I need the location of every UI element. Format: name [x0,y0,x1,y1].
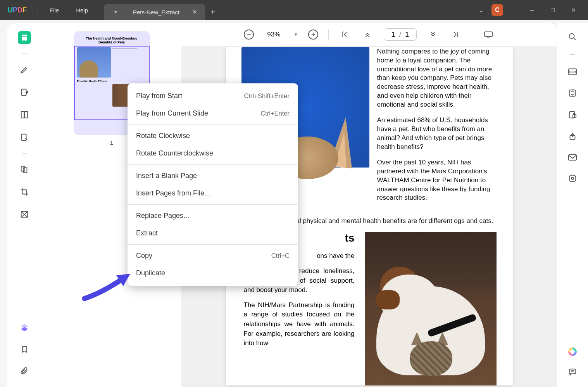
context-menu: Play from StartCtrl+Shift+EnterPlay from… [128,83,298,286]
zoom-out-button[interactable]: − [244,29,254,40]
save-icon[interactable] [568,174,577,183]
context-menu-divider [128,124,298,125]
right-sidebar: OCR [557,23,588,387]
divider [514,6,514,14]
doc-lower-image [365,232,497,385]
reader-mode-icon[interactable] [18,31,31,44]
window-close[interactable]: ✕ [567,7,580,13]
context-menu-extract[interactable]: Extract [128,225,298,242]
zoom-value: 93% [264,31,283,38]
context-menu-play-from-start[interactable]: Play from StartCtrl+Shift+Enter [128,87,298,105]
context-menu-label: Insert a Blank Page [136,172,197,180]
convert-icon[interactable] [568,89,577,97]
email-icon[interactable] [568,154,577,161]
titlebar: UPDF File Help ▼ Pets-New_Extract ✕ + ⌄ … [0,0,588,20]
context-menu-label: Rotate Counterclockwise [136,149,213,157]
avatar[interactable]: C [491,4,503,16]
redact-icon[interactable] [18,208,31,221]
bookmark-icon[interactable] [18,343,31,356]
context-menu-rotate-clockwise[interactable]: Rotate Clockwise [128,127,298,145]
tab-bar: ▼ Pets-New_Extract ✕ + [104,0,221,20]
last-page-button[interactable] [449,28,462,41]
svg-text:OCR: OCR [569,70,576,74]
context-menu-divider [128,164,298,165]
layers-icon[interactable] [18,321,31,334]
context-menu-label: Replace Pages... [136,212,189,220]
ocr-icon[interactable]: OCR [568,68,577,76]
svg-rect-0 [22,89,26,96]
context-menu-rotate-counterclockwise[interactable]: Rotate Counterclockwise [128,145,298,162]
close-icon[interactable]: ✕ [192,9,197,16]
attachment-icon[interactable] [18,365,31,378]
present-button[interactable] [482,28,495,41]
context-menu-replace-pages[interactable]: Replace Pages... [128,207,298,225]
context-menu-shortcut: Ctrl+Enter [260,110,290,117]
doc-hero-text: Nothing compares to the joy of coming ho… [377,47,501,209]
view-toolbar: − 93% ▼ + 1 / 1 [181,23,557,46]
thumbnail-page-number: 1 [110,139,113,146]
window-minimize[interactable]: ━ [525,7,538,13]
window-maximize[interactable]: ☐ [546,7,559,13]
context-menu-label: Rotate Clockwise [136,132,190,140]
svg-rect-16 [569,175,576,182]
svg-rect-1 [21,112,24,118]
context-menu-divider [128,244,298,245]
divider [38,6,38,14]
svg-rect-3 [22,134,26,141]
context-menu-insert-pages-from-file[interactable]: Insert Pages from File... [128,185,298,202]
svg-rect-18 [569,369,576,374]
thumb-title: The Health and Mood-Boosting Benefits of… [77,35,147,46]
comment-icon[interactable] [568,368,577,376]
document-tab[interactable]: ▼ Pets-New_Extract ✕ [104,4,205,20]
context-menu-insert-a-blank-page[interactable]: Insert a Blank Page [128,167,298,185]
context-menu-copy[interactable]: CopyCtrl+C [128,247,298,264]
context-menu-label: Play from Current Slide [136,109,208,117]
new-tab-button[interactable]: + [205,4,221,20]
context-menu-shortcut: Ctrl+C [271,252,290,259]
prev-page-button[interactable] [361,28,374,41]
menu-help[interactable]: Help [67,7,97,14]
context-menu-label: Extract [136,229,158,237]
highlighter-icon[interactable] [18,63,31,76]
tab-dropdown-icon[interactable]: ▼ [114,10,118,14]
context-menu-label: Copy [136,252,152,260]
menu-file[interactable]: File [41,7,67,14]
search-icon[interactable] [568,33,577,41]
context-menu-label: Play from Start [136,92,182,100]
context-menu-play-from-current-slide[interactable]: Play from Current SlideCtrl+Enter [128,105,298,122]
share-icon[interactable] [568,132,577,141]
context-menu-label: Insert Pages from File... [136,189,210,197]
svg-rect-2 [25,112,28,118]
next-page-button[interactable] [427,28,439,41]
page-display-icon[interactable] [18,108,31,121]
zoom-dropdown-icon[interactable]: ▼ [293,32,298,37]
left-sidebar [7,23,42,387]
tab-title: Pets-New_Extract [133,9,179,16]
svg-point-8 [569,34,574,39]
context-menu-divider [128,204,298,205]
edit-text-icon[interactable] [18,86,31,99]
zoom-in-button[interactable]: + [308,29,318,40]
organize-pages-icon[interactable] [18,163,31,176]
context-menu-duplicate[interactable]: Duplicate [128,264,298,282]
svg-rect-7 [484,32,492,36]
fill-sign-icon[interactable] [18,131,31,144]
logo: UPDF [0,6,34,14]
svg-rect-15 [569,155,576,160]
crop-icon[interactable] [18,185,31,199]
context-menu-label: Duplicate [136,269,165,277]
context-menu-shortcut: Ctrl+Shift+Enter [244,92,290,100]
chevron-down-icon[interactable]: ⌄ [479,7,484,14]
first-page-button[interactable] [339,28,351,41]
svg-point-17 [571,177,574,180]
protect-icon[interactable] [568,111,577,119]
page-input[interactable]: 1 / 1 [384,28,416,41]
ai-logo-icon[interactable] [568,347,577,356]
